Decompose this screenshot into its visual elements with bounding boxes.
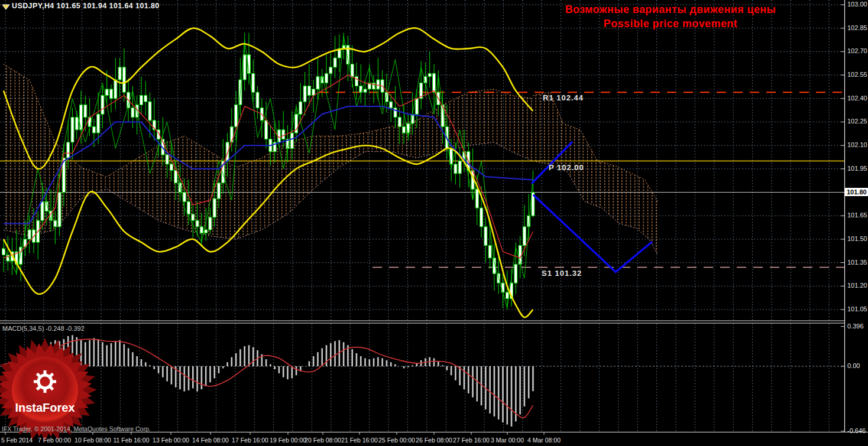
price-tick-label: 101.95 bbox=[847, 165, 867, 172]
time-tick-label: 17 Feb 16:00 bbox=[232, 437, 268, 444]
copyright-text: IFX Trader, © 2001-2014, MetaQuotes Soft… bbox=[2, 425, 151, 432]
time-tick-label: 19 Feb 00:00 bbox=[270, 437, 306, 444]
time-tick-label: 4 Mar 08:00 bbox=[527, 437, 561, 444]
symbol-ohlc-header: USDJPY,H4 101.65 101.94 101.64 101.80 bbox=[12, 2, 160, 10]
price-tick-label: 102.25 bbox=[847, 118, 867, 125]
time-tick-label: 3 Mar 00:00 bbox=[491, 437, 524, 444]
level-label-s1: S1 101.32 bbox=[542, 269, 582, 278]
annotation-line-en: Possible price movement bbox=[561, 18, 780, 30]
price-tick-label: 101.50 bbox=[847, 235, 867, 242]
price-tick-label: 102.85 bbox=[847, 24, 867, 31]
price-tick-label: 102.70 bbox=[847, 47, 867, 54]
time-tick-label: 11 Feb 16:00 bbox=[113, 437, 149, 444]
price-tick-label: 102.55 bbox=[847, 71, 867, 78]
time-tick-label: 26 Feb 08:00 bbox=[416, 437, 452, 444]
symbol-arrow-icon bbox=[2, 2, 10, 13]
time-tick-label: 20 Feb 08:00 bbox=[305, 437, 341, 444]
level-label-pivot: P 102.00 bbox=[549, 163, 584, 172]
price-tick-label: 102.40 bbox=[847, 95, 867, 102]
price-chart-canvas[interactable]: InstaForex bbox=[0, 0, 868, 446]
macd-tick-label: 0.396 bbox=[847, 323, 864, 330]
level-label-r1: R1 102.44 bbox=[543, 93, 584, 102]
price-tick-label: 101.20 bbox=[847, 282, 867, 289]
price-tick-label: 101.35 bbox=[847, 259, 867, 266]
macd-indicator-label: MACD(5,34,5) -0.248 -0.392 bbox=[2, 325, 85, 332]
macd-tick-label: 0.00 bbox=[847, 362, 860, 369]
time-tick-label: 13 Feb 00:00 bbox=[153, 437, 189, 444]
time-tick-label: 7 Feb 00:00 bbox=[38, 437, 71, 444]
annotation-line-ru: Возможные варианты движения цены bbox=[561, 4, 780, 16]
price-tick-label: 101.65 bbox=[847, 211, 867, 219]
instaforex-logo-text: InstaForex bbox=[15, 401, 75, 414]
time-tick-label: 5 Feb 2014 bbox=[1, 437, 33, 444]
price-tick-label: 101.05 bbox=[847, 305, 867, 312]
time-tick-label: 27 Feb 16:00 bbox=[453, 437, 490, 444]
time-tick-label: 25 Feb 00:00 bbox=[378, 437, 415, 444]
current-price-badge: 101.80 bbox=[845, 188, 868, 196]
time-tick-label: 14 Feb 08:00 bbox=[192, 437, 229, 444]
time-tick-label: 21 Feb 16:00 bbox=[341, 437, 378, 444]
macd-tick-label: -0.646 bbox=[847, 427, 866, 434]
price-tick-label: 102.10 bbox=[847, 141, 867, 148]
analyst-annotation: Возможные варианты движения цены Possibl… bbox=[561, 4, 780, 30]
price-tick-label: 103.00 bbox=[847, 1, 867, 8]
time-tick-label: 10 Feb 08:00 bbox=[75, 437, 111, 444]
mt4-chart-window: InstaForex USDJPY,H4 101.65 101.94 101.6… bbox=[0, 0, 868, 446]
